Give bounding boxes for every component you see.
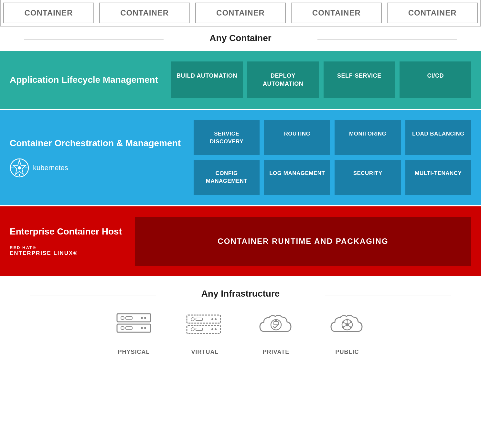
svg-rect-20 xyxy=(196,318,202,321)
top-section: CONTAINER CONTAINER CONTAINER CONTAINER … xyxy=(0,0,481,51)
svg-point-22 xyxy=(211,318,213,320)
infra-icons-row: PHYSICAL VIRTUAL xyxy=(6,311,475,355)
alm-features: BUILD AUTOMATION DEPLOY AUTOMATION SELF-… xyxy=(171,61,471,98)
svg-point-2 xyxy=(18,166,21,169)
svg-point-40 xyxy=(342,321,344,323)
private-cloud-icon xyxy=(257,311,295,343)
container-box-2: CONTAINER xyxy=(99,3,190,23)
any-container-label: Any Container xyxy=(0,27,481,51)
infra-item-private: PRIVATE xyxy=(257,311,295,355)
svg-point-11 xyxy=(144,317,146,319)
infra-label-physical: PHYSICAL xyxy=(118,349,150,355)
svg-point-12 xyxy=(141,317,143,319)
svg-point-19 xyxy=(191,318,194,321)
svg-point-23 xyxy=(191,328,194,331)
com-title: Container Orchestration & Management xyxy=(10,137,181,149)
svg-rect-10 xyxy=(126,317,132,319)
infra-section: Any Infrastructure PHYSICAL xyxy=(0,278,481,368)
ech-left: Enterprise Container Host RED HAT® ENTER… xyxy=(10,226,122,257)
container-boxes-row: CONTAINER CONTAINER CONTAINER CONTAINER … xyxy=(0,0,481,27)
svg-rect-14 xyxy=(126,327,132,329)
svg-point-36 xyxy=(346,319,348,321)
com-feature-service-discovery: SERVICE DISCOVERY xyxy=(194,120,260,155)
container-box-5: CONTAINER xyxy=(387,3,478,23)
svg-point-38 xyxy=(350,326,352,328)
com-feature-routing: ROUTING xyxy=(264,120,330,155)
alm-section: Application Lifecycle Management BUILD A… xyxy=(0,51,481,109)
svg-point-26 xyxy=(211,328,213,330)
virtual-icon xyxy=(186,311,224,343)
infra-item-virtual: VIRTUAL xyxy=(186,311,224,355)
runtime-box: CONTAINER RUNTIME AND PACKAGING xyxy=(135,217,471,266)
container-box-1: CONTAINER xyxy=(3,3,94,23)
container-box-3: CONTAINER xyxy=(195,3,286,23)
svg-rect-24 xyxy=(196,328,202,331)
alm-feature-build: BUILD AUTOMATION xyxy=(171,61,243,98)
com-feature-config-management: CONFIG MANAGEMENT xyxy=(194,160,260,195)
alm-feature-cicd: CI/CD xyxy=(400,61,471,98)
svg-point-25 xyxy=(215,328,217,330)
kubernetes-icon xyxy=(10,158,29,178)
container-box-4: CONTAINER xyxy=(291,3,382,23)
svg-rect-28 xyxy=(274,322,278,325)
svg-point-21 xyxy=(215,318,217,320)
infra-item-physical: PHYSICAL xyxy=(114,311,153,355)
svg-point-15 xyxy=(144,327,146,329)
rhel-logo: RED HAT® ENTERPRISE LINUX® xyxy=(10,245,122,257)
public-cloud-icon xyxy=(328,311,367,343)
com-features: SERVICE DISCOVERY ROUTING MONITORING LOA… xyxy=(194,120,471,194)
alm-title: Application Lifecycle Management xyxy=(10,74,158,86)
infra-label-public: PUBLIC xyxy=(336,349,359,355)
kubernetes-badge: kubernetes xyxy=(10,158,181,178)
svg-point-39 xyxy=(342,326,344,328)
infra-label-virtual: VIRTUAL xyxy=(191,349,219,355)
rhel-logo-top: RED HAT® xyxy=(10,245,122,250)
alm-feature-self-service: SELF-SERVICE xyxy=(324,61,395,98)
alm-feature-deploy: DEPLOY AUTOMATION xyxy=(247,61,319,98)
com-left: Container Orchestration & Management kub… xyxy=(10,137,181,178)
com-feature-load-balancing: LOAD BALANCING xyxy=(405,120,471,155)
infra-label-private: PRIVATE xyxy=(263,349,289,355)
com-feature-monitoring: MONITORING xyxy=(335,120,401,155)
kubernetes-label: kubernetes xyxy=(33,164,68,172)
infra-item-public: PUBLIC xyxy=(328,311,367,355)
rhel-logo-bottom: ENTERPRISE LINUX® xyxy=(10,250,122,257)
com-section: Container Orchestration & Management kub… xyxy=(0,110,481,205)
any-infra-label: Any Infrastructure xyxy=(6,281,475,311)
com-feature-multi-tenancy: MULTI-TENANCY xyxy=(405,160,471,195)
com-feature-security: SECURITY xyxy=(335,160,401,195)
svg-point-37 xyxy=(350,321,352,323)
ech-section: Enterprise Container Host RED HAT® ENTER… xyxy=(0,206,481,276)
physical-icon xyxy=(114,311,153,343)
svg-point-13 xyxy=(121,326,124,330)
com-feature-log-management: LOG MANAGEMENT xyxy=(264,160,330,195)
svg-point-16 xyxy=(141,327,143,329)
svg-point-9 xyxy=(121,316,124,320)
ech-title: Enterprise Container Host xyxy=(10,226,122,237)
